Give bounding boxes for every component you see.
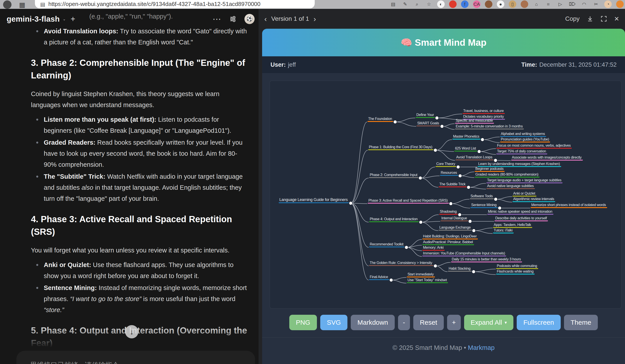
- mindmap-node[interactable]: Resources: [440, 170, 458, 176]
- mindmap-node[interactable]: Memory: Anki: [422, 245, 445, 251]
- mindmap-node[interactable]: Algorithmic review intervals: [512, 197, 555, 202]
- close-icon[interactable]: ✕: [614, 15, 619, 23]
- expand-all-button[interactable]: Expand All▾: [464, 315, 514, 330]
- mindmap-node[interactable]: Start immediately: [407, 272, 435, 278]
- model-selector[interactable]: gemini-3-flash: [7, 15, 60, 23]
- extension-icon[interactable]: [521, 0, 528, 8]
- mindmap-node[interactable]: Focus on most common nouns, verbs, adjec…: [496, 143, 572, 149]
- tab-grid-icon[interactable]: ▦: [19, 1, 25, 9]
- controls-sliders-icon[interactable]: [229, 15, 237, 23]
- mindmap-node[interactable]: Habit Building: Duolingo, LingoDeer: [422, 234, 478, 239]
- mindmap-node[interactable]: Podcasts while commuting: [496, 264, 538, 269]
- mindmap-node[interactable]: Phase 2: Comprehensible Input: [369, 173, 418, 178]
- extension-icon[interactable]: ☆: [425, 0, 433, 8]
- mindmap-node[interactable]: Apps: Tandem, HelloTalk: [493, 223, 532, 228]
- mindmap-node[interactable]: Avoid native language subtitles: [486, 184, 535, 189]
- mindmap-node[interactable]: Memorize short phrases instead of isolat…: [531, 203, 607, 208]
- png-button[interactable]: PNG: [289, 315, 317, 330]
- copy-button[interactable]: Copy: [565, 15, 579, 22]
- url-text[interactable]: https://open-webui.yangtzedaidata.site/c…: [48, 1, 261, 7]
- mindmap-node[interactable]: SMART Goals: [417, 121, 440, 126]
- reset-button[interactable]: Reset: [413, 315, 444, 330]
- mindmap-node[interactable]: Example: 5-minute conversation in 3 mont…: [455, 124, 524, 129]
- user-avatar[interactable]: ⚽: [245, 14, 255, 24]
- mindmap-node[interactable]: Specific and measurable: [455, 118, 494, 124]
- extension-icon[interactable]: ⌦: [568, 0, 576, 8]
- extension-icon[interactable]: [616, 0, 624, 8]
- extension-icon[interactable]: [449, 0, 457, 8]
- extension-icon[interactable]: ◐: [437, 0, 445, 8]
- extension-icon[interactable]: ⌕: [413, 0, 421, 8]
- mindmap-node[interactable]: Immersion: YouTube (Comprehensible Input…: [422, 251, 506, 256]
- mindmap-node[interactable]: Graded readers (80-90% comprehension): [475, 172, 539, 178]
- extension-icon[interactable]: [485, 0, 492, 8]
- markdown-button[interactable]: Markdown: [351, 315, 395, 330]
- mindmap-node[interactable]: Language Exchange: [439, 225, 472, 231]
- extension-icon[interactable]: ✎: [401, 0, 409, 8]
- fullscreen-expand-icon[interactable]: [600, 15, 607, 22]
- mindmap-node[interactable]: Describe daily activities to yourself: [495, 216, 548, 221]
- browser-profile-icon[interactable]: [3, 0, 11, 9]
- extension-icon[interactable]: ▤: [389, 0, 397, 8]
- chevron-down-icon[interactable]: ⌄: [63, 17, 66, 21]
- mindmap-node[interactable]: Beginner podcasts: [475, 167, 504, 172]
- new-chat-button[interactable]: +: [70, 14, 75, 24]
- extension-icon[interactable]: CA: [473, 0, 480, 8]
- mindmap-node[interactable]: Phase 4: Output and Interaction: [369, 217, 419, 222]
- overflow-menu-icon[interactable]: ⋯: [213, 14, 221, 24]
- extension-icon[interactable]: ▷: [557, 0, 564, 8]
- mindmap-node[interactable]: Mimic native speaker speed and intonatio…: [487, 209, 553, 215]
- mindmap-node[interactable]: Pronunciation guides (YouTube): [500, 137, 550, 142]
- theme-button[interactable]: Theme: [564, 315, 598, 330]
- extension-icon[interactable]: ●: [497, 0, 504, 8]
- mindmap-node[interactable]: Define Your: [416, 113, 435, 118]
- download-icon[interactable]: [587, 15, 594, 22]
- mindmap-node[interactable]: Anki or Quizlet: [512, 191, 536, 196]
- mindmap-node[interactable]: The Golden Rule: Consistency > Intensity: [369, 261, 433, 266]
- svg-button[interactable]: SVG: [320, 315, 347, 330]
- --button[interactable]: -: [398, 315, 410, 330]
- mindmap-node[interactable]: Sentence Mining: [470, 203, 498, 208]
- mindmap-node[interactable]: Core Theory: [436, 162, 456, 167]
- extension-icon[interactable]: ⌂: [533, 0, 540, 8]
- mindmap-node[interactable]: The Subtitle Trick: [439, 182, 467, 187]
- mindmap-node[interactable]: Software Tools: [470, 194, 494, 199]
- next-version-button[interactable]: ›: [313, 15, 316, 23]
- mindmap-node[interactable]: Phase 1: Building the Core (First 30 Day…: [368, 145, 433, 150]
- mindmap-node[interactable]: Avoid Translation Loops: [456, 155, 494, 160]
- extension-icon[interactable]: ✂: [592, 0, 600, 8]
- mindmap-node[interactable]: Target language audio + target language …: [486, 178, 562, 183]
- +-button[interactable]: +: [447, 315, 461, 330]
- prev-version-button[interactable]: ‹: [264, 15, 267, 23]
- mindmap-node[interactable]: Shadowing: [439, 209, 458, 215]
- mindmap-node[interactable]: Use "Start Today" mindset: [407, 278, 448, 283]
- extension-icon[interactable]: f: [461, 0, 469, 8]
- mindmap-node[interactable]: Recommended Toolkit: [369, 242, 405, 247]
- mindmap-node[interactable]: Final Advice: [369, 275, 389, 280]
- mindmap-node[interactable]: Internal Dialogue: [441, 216, 468, 221]
- mindmap-node[interactable]: Flashcards while waiting: [496, 269, 535, 275]
- mindmap-node[interactable]: Alphabet and writing systems: [500, 132, 546, 137]
- markmap-link[interactable]: Markmap: [468, 344, 495, 351]
- extension-icon[interactable]: ◔: [604, 0, 612, 8]
- fullscreen-button[interactable]: Fullscreen: [517, 315, 561, 330]
- mindmap-node[interactable]: Travel, business, or culture: [463, 109, 505, 114]
- address-bar[interactable]: ▤ https://open-webui.yangtzedaidata.site…: [35, 0, 315, 8]
- mindmap-node[interactable]: Master Phonetics: [452, 134, 480, 140]
- scroll-to-bottom-button[interactable]: ↓: [125, 325, 138, 338]
- extension-icon[interactable]: ◠: [580, 0, 588, 8]
- message-input[interactable]: 思维接口已就绪，请传输指令。: [16, 351, 255, 364]
- mindmap-node[interactable]: The Foundation: [368, 117, 393, 122]
- mindmap-node[interactable]: Tutors: iTalki: [493, 228, 514, 233]
- extension-icon[interactable]: ▯: [509, 0, 516, 8]
- mindmap-node[interactable]: Audio/Practical: Pimsleur, Babbel: [422, 240, 474, 245]
- mindmap-node[interactable]: Habit Stacking: [448, 266, 472, 272]
- mindmap-node[interactable]: Target 75% of daily conversation: [496, 149, 547, 154]
- mindmap-node[interactable]: Daily 15 minutes is better than weekly 3…: [451, 257, 522, 262]
- mindmap-node[interactable]: 625 Word List: [454, 146, 477, 151]
- mindmap-node[interactable]: Learn by understanding messages (Stephen…: [478, 162, 561, 167]
- mindmap-node[interactable]: Phase 3: Active Recall and Spaced Repeti…: [368, 198, 449, 204]
- extension-icon[interactable]: ⌗: [545, 0, 552, 8]
- mindmap-node[interactable]: Associate words with images/concepts dir…: [511, 155, 583, 161]
- mindmap-node[interactable]: Language Learning Guide for Beginners: [279, 197, 349, 203]
